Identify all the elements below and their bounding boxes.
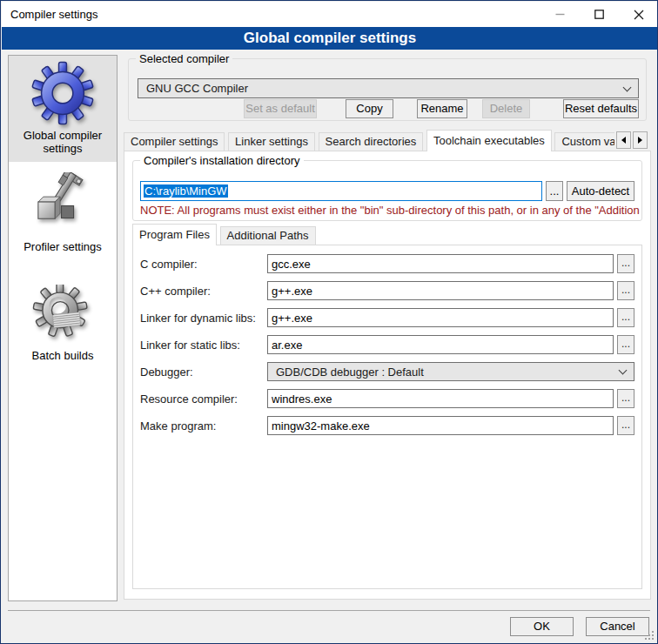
toolchain-executables-page: Compiler's installation directory C:\ray…: [124, 151, 651, 600]
sidebar-item-profiler-settings[interactable]: Profiler settings: [9, 167, 117, 260]
chevron-down-icon: [623, 83, 632, 91]
c-compiler-browse-button[interactable]: ...: [617, 254, 634, 273]
subtab-program-files[interactable]: Program Files: [132, 224, 217, 245]
sidebar-item-label: Global compiler settings: [10, 129, 115, 155]
installation-directory-group: Compiler's installation directory C:\ray…: [132, 160, 642, 221]
bin-subdirectory-note: NOTE: All programs must exist either in …: [140, 204, 640, 217]
minimize-button: [540, 2, 580, 27]
dynamic-linker-label: Linker for dynamic libs:: [140, 312, 267, 325]
field-row-resource-compiler: Resource compiler: ...: [140, 389, 634, 408]
tab-search-directories[interactable]: Search directories: [319, 132, 424, 151]
tab-linker-settings[interactable]: Linker settings: [228, 132, 315, 151]
triangle-right-icon: [638, 137, 646, 144]
field-row-c-compiler: C compiler: ...: [140, 254, 634, 273]
sidebar-item-batch-builds[interactable]: Batch builds: [9, 279, 117, 369]
selected-compiler-value: GNU GCC Compiler: [146, 82, 248, 95]
resource-compiler-browse-button[interactable]: ...: [617, 389, 634, 408]
autodetect-button[interactable]: Auto-detect: [567, 181, 634, 201]
field-row-debugger: Debugger: GDB/CDB debugger : Default: [140, 362, 634, 381]
blue-gear-icon: [30, 61, 95, 125]
copy-button[interactable]: Copy: [346, 99, 393, 118]
gray-gear-stack-icon: [32, 285, 93, 345]
triangle-left-icon: [618, 137, 626, 144]
cpp-compiler-label: C++ compiler:: [140, 285, 267, 298]
subtab-additional-paths[interactable]: Additional Paths: [220, 226, 316, 245]
tab-scroll-buttons: [616, 131, 648, 149]
static-linker-browse-button[interactable]: ...: [617, 335, 634, 354]
program-files-page: C compiler: ... C++ compiler: ... Linker…: [132, 245, 642, 589]
selected-compiler-group-label: Selected compiler: [136, 52, 232, 65]
close-icon: [634, 10, 644, 20]
field-row-cpp-compiler: C++ compiler: ...: [140, 281, 634, 300]
sidebar-item-global-compiler-settings[interactable]: Global compiler settings: [9, 56, 117, 162]
window-title: Compiler settings: [10, 2, 97, 27]
resource-compiler-input[interactable]: [267, 389, 614, 408]
set-as-default-button: Set as default: [244, 99, 317, 118]
tab-custom-variables[interactable]: Custom variables: [554, 132, 614, 151]
tab-toolchain-executables[interactable]: Toolchain executables: [426, 130, 552, 151]
minimize-icon: [555, 10, 565, 19]
install-dir-input[interactable]: C:\raylib\MinGW: [140, 181, 542, 201]
rename-button[interactable]: Rename: [417, 99, 467, 118]
sub-tab-strip: Program Files Additional Paths: [132, 224, 642, 245]
make-program-label: Make program:: [140, 419, 267, 433]
tab-scroll-left-button[interactable]: [616, 131, 631, 149]
window-controls: [540, 2, 658, 27]
resource-compiler-label: Resource compiler:: [140, 392, 267, 406]
selected-compiler-group: Selected compiler GNU GCC Compiler Set a…: [128, 58, 647, 121]
title-bar[interactable]: Compiler settings: [2, 2, 658, 27]
install-dir-value: C:\raylib\MinGW: [144, 184, 228, 198]
install-dir-browse-button[interactable]: ...: [546, 181, 563, 201]
static-linker-label: Linker for static libs:: [140, 339, 267, 352]
cpp-compiler-browse-button[interactable]: ...: [617, 281, 634, 300]
caliper-icon: [30, 172, 95, 237]
c-compiler-input[interactable]: [267, 254, 614, 273]
ok-button[interactable]: OK: [510, 617, 574, 636]
maximize-button[interactable]: [580, 2, 619, 27]
selected-compiler-combobox[interactable]: GNU GCC Compiler: [138, 78, 639, 98]
dynamic-linker-browse-button[interactable]: ...: [617, 308, 634, 327]
field-row-dynamic-linker: Linker for dynamic libs: ...: [140, 308, 634, 327]
cpp-compiler-input[interactable]: [267, 281, 614, 300]
make-program-input[interactable]: [267, 416, 614, 435]
settings-sidebar: Global compiler settings: [8, 55, 118, 601]
debugger-value: GDB/CDB debugger : Default: [276, 366, 424, 379]
sidebar-item-label: Profiler settings: [24, 240, 102, 253]
field-row-static-linker: Linker for static libs: ...: [140, 335, 634, 354]
sidebar-item-label: Batch builds: [32, 349, 94, 362]
cancel-button[interactable]: Cancel: [586, 617, 649, 636]
c-compiler-label: C compiler:: [140, 258, 267, 271]
make-program-browse-button[interactable]: ...: [617, 416, 634, 435]
field-row-make-program: Make program: ...: [140, 416, 634, 435]
footer-separator: [8, 610, 650, 611]
dynamic-linker-input[interactable]: [267, 308, 614, 327]
debugger-combobox[interactable]: GDB/CDB debugger : Default: [267, 362, 634, 381]
static-linker-input[interactable]: [267, 335, 614, 354]
main-tab-strip: Compiler settings Linker settings Search…: [124, 130, 614, 151]
installation-directory-group-label: Compiler's installation directory: [140, 154, 304, 167]
tab-compiler-settings[interactable]: Compiler settings: [124, 132, 225, 151]
close-button[interactable]: [619, 2, 658, 27]
maximize-icon: [594, 10, 604, 19]
delete-button: Delete: [482, 99, 530, 118]
debugger-label: Debugger:: [140, 366, 267, 379]
tab-scroll-right-button[interactable]: [633, 131, 648, 149]
reset-defaults-button[interactable]: Reset defaults: [563, 99, 639, 118]
page-title: Global compiler settings: [2, 27, 658, 50]
resize-grip[interactable]: [644, 630, 655, 641]
compiler-settings-dialog: Compiler settings Global compiler settin…: [0, 0, 658, 644]
chevron-down-icon: [619, 366, 628, 375]
